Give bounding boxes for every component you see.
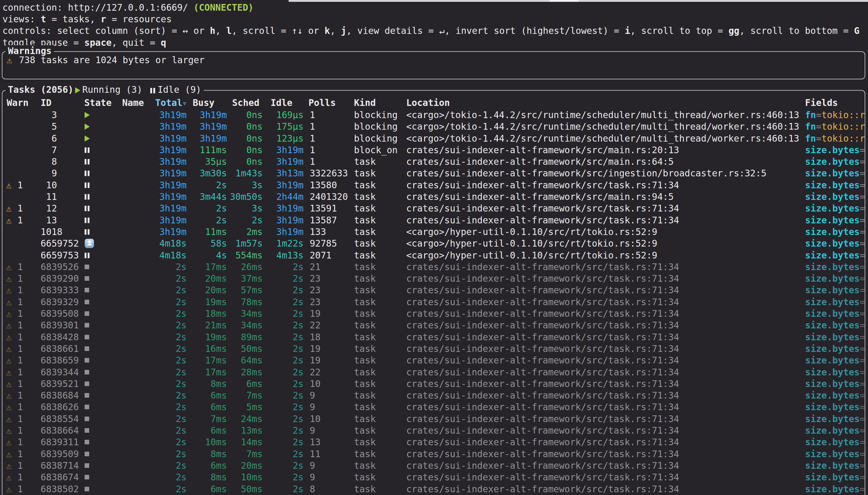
- tasks-count-label: Tasks (2056): [8, 84, 73, 95]
- field-equals: =: [860, 449, 865, 459]
- cell-total: 3h19m: [147, 168, 187, 179]
- task-row[interactable]: ⚠168386642s6ms13ms2s9taskcrates/sui-inde…: [0, 425, 868, 437]
- cell-total: 2s: [147, 331, 187, 343]
- column-header-polls[interactable]: Polls: [308, 97, 336, 109]
- field-equals: =: [860, 191, 865, 202]
- warn-count: 1: [17, 261, 23, 273]
- task-row[interactable]: ⚠168385022s6ms50ms2s8taskcrates/sui-inde…: [0, 483, 868, 495]
- cell-polls: 19: [310, 308, 321, 320]
- task-row[interactable]: ⚠168387142s6ms20ms2s9taskcrates/sui-inde…: [0, 460, 868, 472]
- task-row[interactable]: ⚠1 123h19m2s3s3h19m13591taskcrates/sui-i…: [0, 203, 868, 214]
- task-row[interactable]: ⚠168393442s17ms28ms2s22taskcrates/sui-in…: [0, 366, 868, 378]
- cell-fields: size.bytes=: [805, 483, 865, 495]
- warning-icon: ⚠: [6, 378, 12, 390]
- cell-kind: task: [354, 448, 376, 460]
- field-equals: =: [860, 261, 865, 272]
- task-row[interactable]: ⚠168395212s8ms6ms2s10taskcrates/sui-inde…: [0, 378, 868, 390]
- warning-icon: ⚠: [6, 366, 12, 378]
- cell-kind: task: [354, 215, 376, 226]
- column-header-warn[interactable]: Warn: [7, 97, 29, 109]
- task-row[interactable]: ⚠168384282s19ms89ms2s18taskcrates/sui-in…: [0, 331, 868, 343]
- task-row[interactable]: 113h19m3m44s30m50s2h44m2401320taskcrates…: [0, 191, 868, 203]
- column-header-busy[interactable]: Busy: [193, 97, 215, 109]
- task-row[interactable]: ⚠168395082s18ms34ms2s19taskcrates/sui-in…: [0, 308, 868, 320]
- task-row[interactable]: 93h19m3m30s1m43s3h13m3322633taskcrates/s…: [0, 168, 868, 179]
- column-header-sched[interactable]: Sched: [232, 97, 259, 109]
- task-row[interactable]: 63h19m3h19m0ns123µs1blocking<cargo>/toki…: [0, 133, 868, 144]
- cell-fields: size.bytes=: [805, 460, 865, 472]
- task-row[interactable]: 73h19m111ms0ns3h19m1block_oncrates/sui-i…: [0, 144, 868, 156]
- task-row[interactable]: ⚠1 133h19m2s2s3h19m13587taskcrates/sui-i…: [0, 215, 868, 226]
- task-row[interactable]: ⚠168393112s10ms14ms2s13taskcrates/sui-in…: [0, 437, 868, 448]
- cell-kind: task: [354, 180, 376, 191]
- column-header-state[interactable]: State: [84, 97, 112, 109]
- column-header-name[interactable]: Name: [122, 97, 144, 109]
- task-row[interactable]: ⚠1 103h19m2s3s3h19m13580taskcrates/sui-i…: [0, 180, 868, 191]
- cell-busy: 6ms: [187, 483, 227, 495]
- warning-text: 738 tasks are 1024 bytes or larger: [19, 54, 205, 66]
- task-row[interactable]: ⚠168386612s16ms50ms2s19taskcrates/sui-in…: [0, 343, 868, 355]
- field-equals: =: [860, 144, 865, 155]
- cell-busy: 16ms: [187, 343, 227, 355]
- cell-idle: 2s: [264, 308, 304, 320]
- cell-polls: 13: [310, 437, 321, 448]
- field-key: size.bytes: [805, 425, 860, 436]
- cell-fields: size.bytes=: [805, 168, 865, 179]
- task-id: 12: [40, 203, 57, 214]
- task-row[interactable]: ⚠168395262s17ms26ms2s21taskcrates/sui-in…: [0, 261, 868, 273]
- cell-total: 3h19m: [147, 121, 187, 133]
- column-header-total-sorted[interactable]: Total▿: [155, 97, 187, 109]
- cell-idle: 2s: [264, 355, 304, 366]
- cell-idle: 2s: [264, 425, 304, 437]
- task-row[interactable]: 10183h19m11ms2ms3h19m133task<cargo>/hype…: [0, 226, 868, 238]
- task-row[interactable]: ⚠168393012s21ms34ms2s22taskcrates/sui-in…: [0, 320, 868, 331]
- warnings-panel: Warnings ⚠ 738 tasks are 1024 bytes or l…: [2, 51, 865, 79]
- task-row[interactable]: ⚠168386262s6ms5ms2s9taskcrates/sui-index…: [0, 401, 868, 413]
- completed-state-icon: [85, 381, 89, 386]
- connection-label: connection:: [2, 2, 68, 13]
- column-header-idle[interactable]: Idle: [271, 97, 293, 109]
- cell-busy: 6ms: [187, 401, 227, 413]
- cell-sched: 7ms: [223, 390, 263, 401]
- task-row[interactable]: ⚠168393332s20ms57ms2s23taskcrates/sui-in…: [0, 285, 868, 296]
- field-key: fn: [805, 109, 816, 120]
- field-key: size.bytes: [805, 156, 860, 167]
- task-row[interactable]: ⚠168386742s8ms10ms2s9taskcrates/sui-inde…: [0, 472, 868, 483]
- task-row[interactable]: 53h19m3h19m0ns175µs1blocking<cargo>/toki…: [0, 121, 868, 133]
- idle-state-icon: [85, 159, 86, 165]
- column-header-id[interactable]: ID: [40, 97, 52, 109]
- running-icon: [75, 87, 80, 93]
- cell-polls: 19: [310, 343, 321, 355]
- column-header-location[interactable]: Location: [406, 97, 450, 109]
- cell-polls: 13580: [310, 180, 337, 191]
- warning-icon: ⚠: [6, 401, 12, 413]
- cell-sched: 2s: [223, 215, 263, 226]
- task-id: 6839311: [40, 437, 79, 448]
- cell-kind: task: [354, 261, 376, 273]
- task-row[interactable]: ⚠168395092s8ms7ms2s11taskcrates/sui-inde…: [0, 448, 868, 460]
- field-key: fn: [805, 133, 816, 144]
- warning-icon: ⚠: [6, 331, 12, 343]
- task-row[interactable]: ⚠168385542s7ms24ms2s10taskcrates/sui-ind…: [0, 413, 868, 425]
- cell-busy: 8ms: [187, 378, 227, 390]
- column-header-fields[interactable]: Fields: [805, 97, 838, 109]
- task-id: 6838664: [40, 425, 79, 437]
- task-row[interactable]: ⚠168386842s6ms7ms2s9taskcrates/sui-index…: [0, 390, 868, 401]
- cell-polls: 22: [310, 320, 321, 331]
- task-row[interactable]: 66597534m18s4s554ms4m13s2071task<cargo>/…: [0, 250, 868, 261]
- idle-state-icon: [85, 229, 86, 235]
- cell-fields: size.bytes=: [805, 296, 865, 308]
- column-header-kind[interactable]: Kind: [354, 97, 376, 109]
- cell-fields: size.bytes=: [805, 472, 865, 483]
- cell-kind: task: [354, 472, 376, 483]
- task-row[interactable]: ⚠168386592s17ms64ms2s19taskcrates/sui-in…: [0, 355, 868, 366]
- cell-sched: 89ms: [223, 331, 263, 343]
- running-state-icon: [85, 124, 90, 130]
- task-row[interactable]: 66597524m18s58s1m57s1m22s92785task<cargo…: [0, 238, 868, 249]
- cell-location: <cargo>/tokio-1.44.2/src/runtime/schedul…: [406, 121, 799, 133]
- task-row[interactable]: 83h19m35µs0ns3h19m1taskcrates/sui-indexe…: [0, 156, 868, 168]
- task-row[interactable]: ⚠168392902s20ms37ms2s23taskcrates/sui-in…: [0, 273, 868, 285]
- task-row[interactable]: 33h19m3h19m0ns169µs1blocking<cargo>/toki…: [0, 109, 868, 121]
- warn-count: 1: [17, 180, 23, 191]
- task-row[interactable]: ⚠168393292s19ms78ms2s23taskcrates/sui-in…: [0, 296, 868, 308]
